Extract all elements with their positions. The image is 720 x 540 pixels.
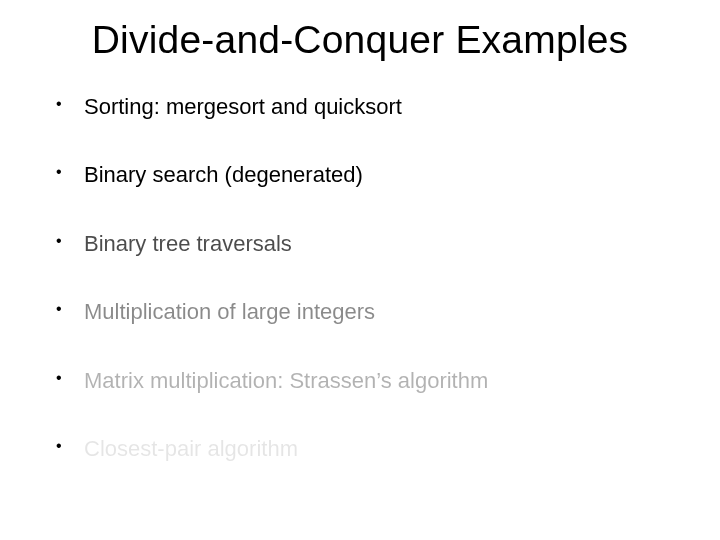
list-item: Closest-pair algorithm [56, 436, 684, 462]
page-title: Divide-and-Conquer Examples [36, 18, 684, 62]
list-item: Binary tree traversals [56, 231, 684, 257]
list-item: Binary search (degenerated) [56, 162, 684, 188]
list-item: Sorting: mergesort and quicksort [56, 94, 684, 120]
list-item: Multiplication of large integers [56, 299, 684, 325]
bullet-list: Sorting: mergesort and quicksort Binary … [36, 94, 684, 462]
list-item: Matrix multiplication: Strassen’s algori… [56, 368, 684, 394]
slide: Divide-and-Conquer Examples Sorting: mer… [0, 0, 720, 540]
